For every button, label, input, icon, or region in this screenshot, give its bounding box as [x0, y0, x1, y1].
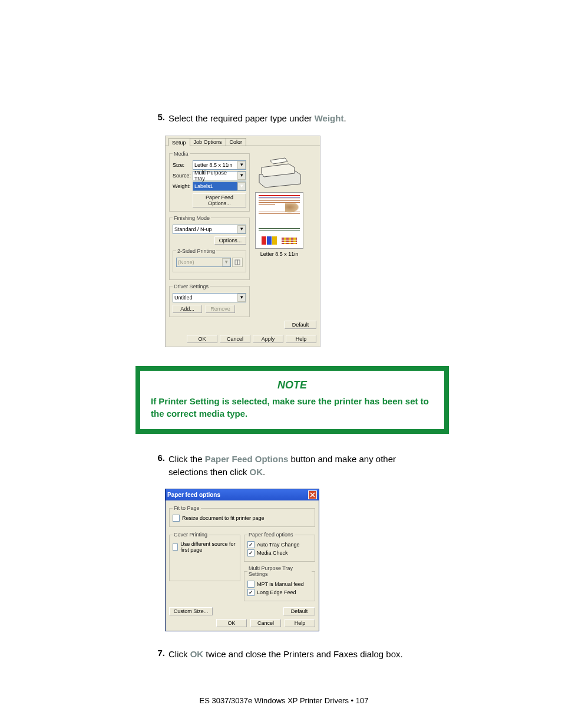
checkbox-icon [173, 543, 178, 551]
step-6-body: Click the Paper Feed Options button and … [168, 453, 421, 479]
media-legend: Media [173, 151, 190, 157]
chevron-down-icon: ▾ [237, 225, 246, 233]
binding-icon [232, 258, 243, 267]
finishing-legend: Finishing Mode [173, 215, 211, 221]
apply-button[interactable]: Apply [253, 335, 283, 343]
checkbox-icon [247, 581, 254, 588]
mpt-settings-group: Multi Purpose Tray Settings MPT is Manua… [244, 565, 315, 601]
cover-label: Use different source for first page [180, 541, 237, 553]
step-5-weight: Weight [315, 113, 344, 123]
auto-tray-label: Auto Tray Change [257, 542, 300, 548]
setup-dialog-screenshot: Setup Job Options Color Media Size: Lett… [165, 136, 421, 347]
pfo-legend: Paper feed options [247, 532, 295, 538]
step-7-text-1: Click [168, 649, 190, 659]
driver-select[interactable]: Untitled ▾ [173, 293, 246, 302]
weight-select[interactable]: Labels1 ▾ [193, 182, 246, 191]
two-sided-legend: 2-Sided Printing [176, 248, 216, 254]
step-6-pfo: Paper Feed Options [205, 454, 289, 464]
driver-settings-group: Driver Settings Untitled ▾ Add... Remove [169, 284, 250, 317]
step-5-body: Select the required paper type under Wei… [168, 112, 421, 125]
add-button[interactable]: Add... [173, 305, 202, 313]
help-button[interactable]: Help [286, 335, 316, 343]
checkbox-icon [247, 541, 254, 548]
source-select[interactable]: Multi Purpose Tray ▾ [193, 171, 246, 180]
checkbox-icon [247, 549, 254, 556]
mpt-manual-checkbox[interactable]: MPT is Manual feed [247, 581, 312, 588]
driver-value: Untitled [174, 295, 193, 301]
resize-label: Resize document to fit printer page [182, 515, 265, 521]
tab-color[interactable]: Color [226, 138, 247, 146]
step-6-number: 6. [147, 453, 168, 479]
resize-checkbox[interactable]: Resize document to fit printer page [173, 515, 312, 522]
note-title: NOTE [151, 379, 434, 391]
checkbox-icon [173, 515, 180, 522]
default-button[interactable]: Default [285, 321, 316, 329]
finishing-select[interactable]: Standard / N-up ▾ [173, 225, 246, 234]
chevron-down-icon: ▾ [237, 182, 246, 190]
titlebar: Paper feed options [166, 489, 319, 500]
step-5-text-2: . [343, 113, 346, 123]
chevron-down-icon: ▾ [237, 294, 246, 302]
ok-button-2[interactable]: OK [216, 619, 247, 627]
size-select[interactable]: Letter 8.5 x 11in ▾ [193, 160, 246, 170]
finishing-value: Standard / N-up [174, 226, 212, 232]
step-7: 7. Click OK twice and close the Printers… [147, 648, 421, 661]
auto-tray-checkbox[interactable]: Auto Tray Change [247, 541, 312, 548]
media-check-label: Media Check [257, 550, 288, 556]
cover-legend: Cover Printing [173, 532, 209, 538]
step-7-ok: OK [190, 649, 204, 659]
step-5-number: 5. [147, 112, 168, 125]
source-value: Multi Purpose Tray [194, 170, 237, 182]
step-6-text-1: Click the [168, 454, 205, 464]
driver-settings-legend: Driver Settings [173, 284, 210, 289]
ok-button[interactable]: OK [187, 335, 217, 343]
note-body: If Printer Setting is selected, make sur… [151, 395, 434, 420]
step-7-number: 7. [147, 648, 168, 661]
step-6: 6. Click the Paper Feed Options button a… [147, 453, 421, 479]
two-sided-group: 2-Sided Printing (None) ▾ [173, 248, 246, 272]
fit-legend: Fit to Page [173, 505, 201, 511]
dialog-title: Paper feed options [167, 492, 220, 498]
preview-caption: Letter 8.5 x 11in [250, 251, 309, 257]
mpt-manual-label: MPT is Manual feed [257, 581, 304, 587]
help-button-2[interactable]: Help [285, 619, 315, 627]
step-7-body: Click OK twice and close the Printers an… [168, 648, 421, 661]
weight-label: Weight: [173, 183, 193, 189]
paper-preview-image [255, 192, 303, 249]
two-sided-value: (None) [178, 259, 194, 265]
chevron-down-icon: ▾ [237, 161, 246, 169]
two-sided-select: (None) ▾ [176, 258, 231, 267]
chevron-down-icon: ▾ [222, 258, 230, 266]
paper-feed-options-group: Paper feed options Auto Tray Change Medi… [244, 532, 315, 562]
custom-size-button[interactable]: Custom Size... [169, 607, 213, 615]
cover-checkbox[interactable]: Use different source for first page [173, 541, 237, 553]
source-label: Source: [173, 173, 193, 179]
close-icon[interactable] [308, 490, 317, 499]
paper-feed-dialog: Paper feed options Fit to Page Resize do… [165, 489, 319, 631]
remove-button: Remove [206, 305, 235, 313]
options-button[interactable]: Options... [214, 236, 246, 245]
step-6-ok: OK [250, 467, 263, 477]
step-7-text-2: twice and close the Printers and Faxes d… [203, 649, 403, 659]
default-button-2[interactable]: Default [283, 607, 315, 615]
svg-rect-0 [235, 260, 237, 265]
tab-setup[interactable]: Setup [168, 139, 190, 146]
step-5-text-1: Select the required paper type under [168, 113, 315, 123]
paper-feed-dialog-screenshot: Paper feed options Fit to Page Resize do… [165, 489, 421, 631]
long-edge-checkbox[interactable]: Long Edge Feed [247, 589, 312, 596]
checkbox-icon [247, 589, 254, 596]
paper-feed-options-button[interactable]: Paper Feed Options... [193, 193, 246, 207]
page-footer: ES 3037/3037e Windows XP Printer Drivers… [147, 696, 421, 705]
size-label: Size: [173, 162, 193, 168]
step-6-text-3: . [263, 467, 265, 477]
cancel-button[interactable]: Cancel [220, 335, 250, 343]
long-edge-label: Long Edge Feed [257, 589, 296, 595]
cancel-button-2[interactable]: Cancel [250, 619, 281, 627]
size-value: Letter 8.5 x 11in [194, 162, 233, 168]
cover-printing-group: Cover Printing Use different source for … [169, 532, 240, 581]
weight-value: Labels1 [194, 183, 213, 189]
mpt-legend: Multi Purpose Tray Settings [247, 565, 312, 577]
tab-job-options[interactable]: Job Options [190, 138, 226, 146]
media-check-checkbox[interactable]: Media Check [247, 549, 312, 556]
finishing-group: Finishing Mode Standard / N-up ▾ Options… [169, 215, 250, 280]
